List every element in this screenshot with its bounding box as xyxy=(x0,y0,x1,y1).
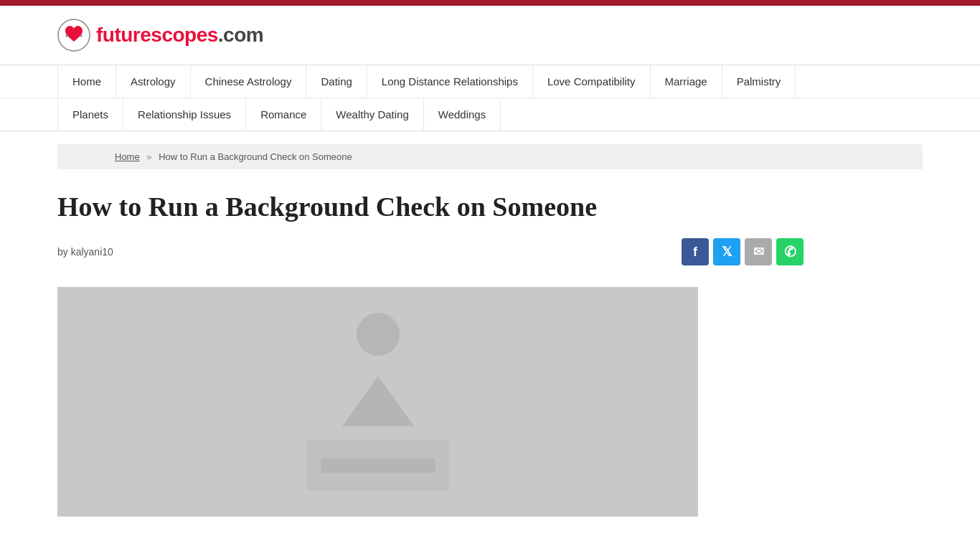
placeholder-card-inner xyxy=(321,458,435,473)
nav-home[interactable]: Home xyxy=(57,65,116,98)
whatsapp-share-button[interactable]: ✆ xyxy=(776,238,804,265)
email-icon: ✉ xyxy=(753,244,764,260)
breadcrumb-current: How to Run a Background Check on Someone xyxy=(159,151,352,162)
nav-marriage[interactable]: Marriage xyxy=(651,65,722,98)
nav-romance[interactable]: Romance xyxy=(246,98,321,131)
article-meta: by kalyani10 f 𝕏 ✉ ✆ xyxy=(57,238,804,273)
facebook-share-button[interactable]: f xyxy=(682,238,709,265)
article-author: by kalyani10 xyxy=(57,246,113,258)
nav-weddings[interactable]: Weddings xyxy=(424,98,501,131)
placeholder-card xyxy=(306,441,450,491)
image-placeholder xyxy=(306,313,450,491)
social-buttons: f 𝕏 ✉ ✆ xyxy=(682,238,804,265)
top-accent-bar xyxy=(0,0,980,6)
nav-love-compatibility[interactable]: Love Compatibility xyxy=(533,65,651,98)
svg-marker-1 xyxy=(342,376,414,426)
nav-relationship-issues[interactable]: Relationship Issues xyxy=(123,98,246,131)
breadcrumb: Home » How to Run a Background Check on … xyxy=(115,151,865,162)
navigation: Home Astrology Chinese Astrology Dating … xyxy=(0,65,980,131)
nav-planets[interactable]: Planets xyxy=(57,98,123,131)
nav-long-distance[interactable]: Long Distance Relationships xyxy=(367,65,533,98)
placeholder-body-svg xyxy=(321,362,435,433)
article-title: How to Run a Background Check on Someone xyxy=(57,191,804,222)
twitter-share-button[interactable]: 𝕏 xyxy=(713,238,740,265)
nav-chinese-astrology[interactable]: Chinese Astrology xyxy=(191,65,307,98)
logo-icon xyxy=(57,19,90,52)
article-image xyxy=(57,287,698,517)
nav-palmistry[interactable]: Palmistry xyxy=(722,65,796,98)
logo[interactable]: futurescopes.com xyxy=(57,19,263,52)
whatsapp-icon: ✆ xyxy=(784,243,796,260)
nav-dating[interactable]: Dating xyxy=(306,65,367,98)
email-share-button[interactable]: ✉ xyxy=(745,238,772,265)
nav-row-1: Home Astrology Chinese Astrology Dating … xyxy=(0,65,980,98)
article-wrapper: How to Run a Background Check on Someone… xyxy=(0,169,861,538)
placeholder-head xyxy=(357,313,400,356)
nav-wealthy-dating[interactable]: Wealthy Dating xyxy=(321,98,423,131)
breadcrumb-separator: » xyxy=(146,151,151,162)
site-header: futurescopes.com xyxy=(0,6,980,65)
facebook-icon: f xyxy=(693,245,697,260)
breadcrumb-home-link[interactable]: Home xyxy=(115,151,140,162)
nav-row-2: Planets Relationship Issues Romance Weal… xyxy=(0,98,980,131)
nav-astrology[interactable]: Astrology xyxy=(116,65,191,98)
twitter-icon: 𝕏 xyxy=(722,244,732,260)
logo-text: futurescopes.com xyxy=(96,24,263,47)
breadcrumb-wrapper: Home » How to Run a Background Check on … xyxy=(57,144,923,169)
